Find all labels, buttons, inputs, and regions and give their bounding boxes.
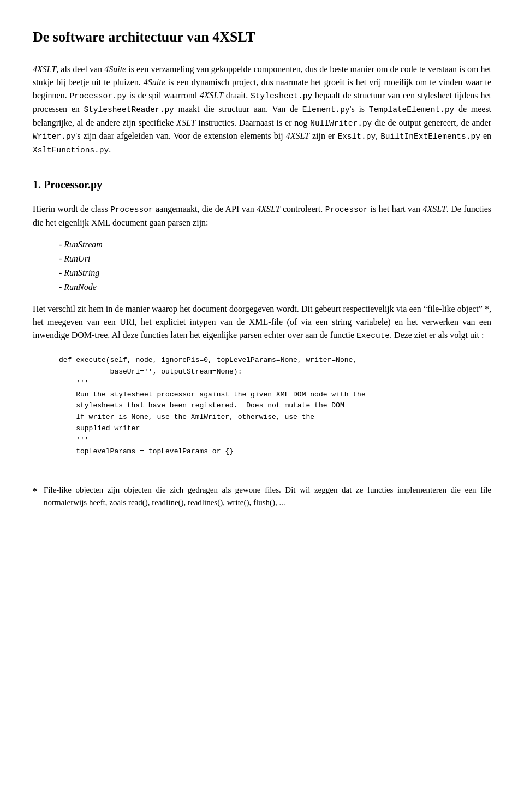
4suite-italic-1: 4Suite [104, 64, 126, 74]
processor-class-code-2: Processor [325, 205, 368, 214]
element-py-code: Element.py [302, 105, 350, 114]
page-title: De software architectuur van 4XSLT [33, 26, 491, 48]
list-item-runstring: - RunString [59, 266, 491, 280]
writer-py-code: Writer.py [33, 132, 75, 141]
4xslt-italic-5: 4XSLT [423, 204, 446, 214]
execute-code: Execute [356, 331, 390, 340]
stylesheet-py-code: Stylesheet.py [251, 92, 312, 100]
footnote-divider [33, 475, 98, 475]
footnote: * File-like objecten zijn objecten die z… [33, 484, 491, 508]
templateelement-py-code: TemplateElement.py [369, 105, 455, 114]
intro-paragraph-1: 4XSLT, als deel van 4Suite is een verzam… [33, 63, 491, 157]
processor-py-code: Processor.py [70, 92, 127, 100]
builtinextelements-py-code: BuiltInExtElements.py [380, 132, 480, 141]
footnote-star: * [33, 485, 37, 498]
list-item-runstream: - RunStream [59, 238, 491, 251]
code-block-execute: def execute(self, node, ignorePis=0, top… [59, 355, 491, 457]
stylesheetreader-py-code: StylesheetReader.py [84, 105, 174, 114]
4xslt-italic-2: 4XSLT [200, 91, 223, 100]
4xslt-italic-4: 4XSLT [257, 204, 280, 214]
nullwriter-py-code: NullWriter.py [310, 119, 372, 128]
4suite-italic-2: 4Suite [144, 78, 165, 87]
section1-paragraph-1: Hierin wordt de class Processor aangemaa… [33, 203, 491, 229]
section1-paragraph-2: Het verschil zit hem in de manier waarop… [33, 303, 491, 342]
xslt-italic-1: XSLT [176, 118, 195, 127]
exslt-py-code: Exslt.py [337, 132, 376, 141]
4xslt-italic-1: 4XSLT [33, 64, 56, 74]
4xslt-italic-3: 4XSLT [286, 131, 309, 140]
footnote-text: File-like objecten zijn objecten die zic… [44, 484, 491, 508]
xsltfunctions-py-code: XsltFunctions.py [33, 146, 109, 155]
processor-class-code: Processor [110, 205, 153, 214]
section1-title: 1. Processor.py [33, 176, 491, 193]
function-list: - RunStream - RunUri - RunString - RunNo… [59, 238, 491, 294]
list-item-runuri: - RunUri [59, 252, 491, 265]
list-item-runnode: - RunNode [59, 281, 491, 294]
